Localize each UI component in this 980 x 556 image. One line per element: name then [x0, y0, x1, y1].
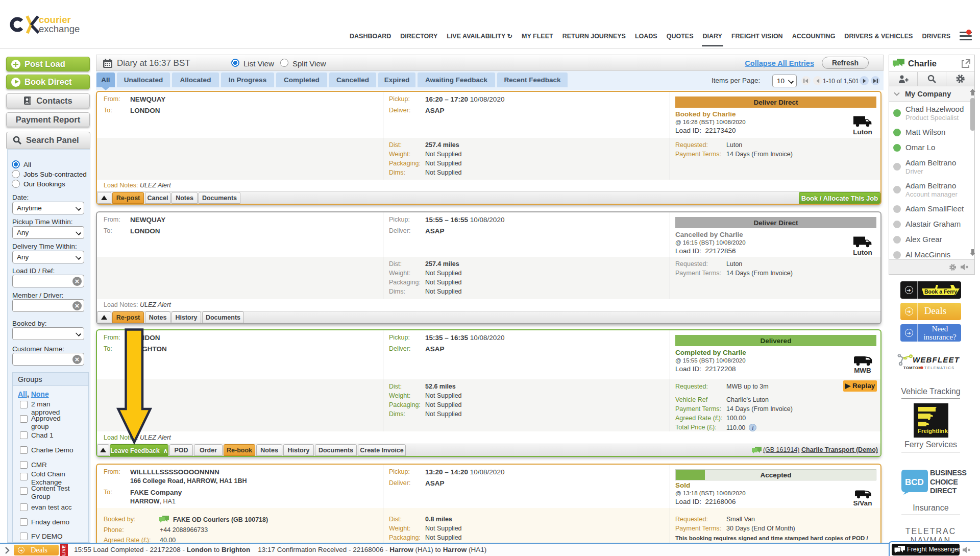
svg-text:WEBFLEET: WEBFLEET	[913, 355, 960, 364]
svg-text:Book a Ferry: Book a Ferry	[924, 288, 957, 295]
svg-text:BCD: BCD	[905, 477, 924, 487]
svg-text:Freightlink: Freightlink	[918, 428, 948, 434]
svg-text:exchange: exchange	[39, 23, 80, 34]
svg-text:TELEMATICS: TELEMATICS	[924, 366, 954, 370]
svg-text:TOMTOM: TOMTOM	[903, 366, 922, 370]
